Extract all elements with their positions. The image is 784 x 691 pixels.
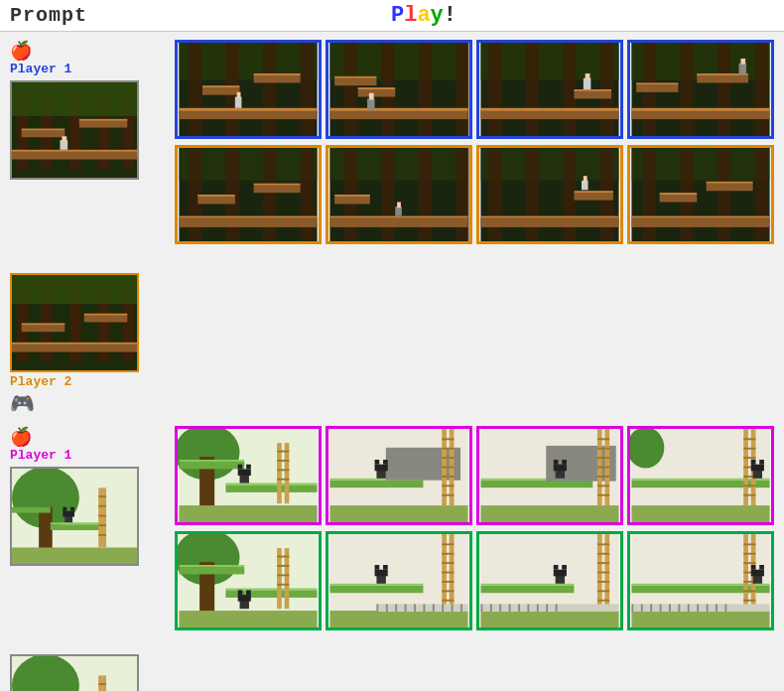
bottom-p1-frame-1 [175, 426, 322, 525]
svg-rect-312 [631, 611, 769, 627]
svg-rect-14 [62, 136, 66, 141]
svg-rect-219 [562, 460, 567, 465]
svg-rect-47 [456, 43, 468, 136]
svg-rect-116 [582, 181, 588, 190]
svg-rect-44 [344, 43, 357, 136]
bottom-player1-label: Player 1 [10, 448, 71, 463]
svg-rect-267 [442, 590, 454, 592]
svg-rect-326 [641, 605, 643, 613]
bottom-p2-frame-2 [326, 531, 472, 630]
svg-rect-337 [751, 570, 764, 577]
svg-rect-105 [397, 203, 401, 208]
svg-rect-182 [238, 465, 243, 470]
svg-rect-275 [423, 605, 425, 613]
bottom-left-panel: 🍎 Player 1 [10, 426, 169, 691]
svg-rect-181 [238, 469, 251, 476]
svg-rect-283 [383, 565, 388, 570]
svg-rect-113 [480, 216, 618, 218]
svg-rect-133 [12, 547, 137, 564]
svg-rect-301 [509, 605, 511, 613]
svg-rect-63 [480, 108, 618, 111]
svg-rect-55 [369, 93, 374, 100]
svg-rect-262 [442, 543, 454, 545]
top-player1-apple-icon: 🍎 [10, 40, 32, 62]
svg-rect-9 [22, 130, 65, 137]
bottom-p2-frame-4 [627, 531, 774, 630]
svg-rect-209 [597, 438, 609, 440]
svg-rect-33 [301, 43, 314, 136]
bottom-player2-frames [175, 531, 774, 630]
bottom-game-section: 🍎 Player 1 [10, 426, 774, 691]
svg-rect-330 [678, 605, 680, 613]
svg-rect-319 [743, 562, 755, 564]
svg-rect-306 [556, 605, 558, 613]
svg-rect-235 [751, 465, 764, 472]
svg-rect-195 [442, 476, 454, 478]
svg-rect-41 [237, 92, 241, 98]
svg-rect-286 [480, 586, 574, 594]
svg-rect-297 [480, 605, 618, 613]
svg-rect-327 [650, 605, 652, 613]
svg-rect-93 [254, 184, 301, 186]
svg-rect-217 [554, 465, 567, 472]
svg-rect-277 [442, 605, 444, 613]
play-letter-y: y [431, 3, 444, 28]
svg-rect-30 [189, 43, 201, 136]
svg-rect-140 [98, 505, 106, 507]
svg-rect-72 [718, 43, 730, 136]
svg-rect-310 [562, 565, 567, 570]
svg-rect-213 [597, 476, 609, 478]
svg-rect-54 [367, 98, 375, 109]
play-letter-a: a [417, 3, 430, 28]
svg-rect-304 [537, 605, 539, 613]
svg-rect-71 [680, 43, 693, 136]
play-title: Play! [391, 3, 457, 28]
svg-rect-25 [22, 323, 65, 325]
svg-rect-101 [329, 216, 467, 218]
top-frames-container [175, 40, 774, 416]
svg-rect-36 [202, 87, 240, 95]
svg-rect-92 [254, 186, 301, 194]
svg-rect-191 [442, 438, 454, 440]
bottom-player1-frames [175, 426, 774, 525]
svg-rect-278 [452, 605, 454, 613]
play-letter-p: P [391, 3, 404, 28]
svg-rect-141 [98, 515, 106, 517]
svg-rect-325 [631, 605, 633, 613]
svg-rect-333 [707, 605, 709, 613]
svg-rect-52 [334, 78, 376, 86]
svg-rect-136 [12, 507, 51, 513]
svg-rect-179 [277, 479, 289, 481]
svg-rect-13 [60, 140, 67, 150]
svg-rect-244 [179, 567, 244, 575]
svg-rect-332 [697, 605, 699, 613]
top-p1-frame-2 [326, 40, 472, 139]
svg-rect-65 [574, 89, 611, 91]
svg-rect-147 [70, 507, 74, 511]
svg-rect-157 [98, 683, 106, 685]
svg-rect-26 [84, 316, 128, 323]
svg-rect-115 [574, 191, 612, 193]
svg-rect-100 [329, 218, 467, 227]
svg-rect-186 [329, 481, 423, 488]
svg-rect-197 [442, 494, 454, 496]
svg-rect-112 [480, 218, 618, 227]
svg-rect-103 [334, 195, 370, 197]
svg-rect-227 [743, 438, 755, 440]
svg-rect-67 [586, 73, 590, 79]
svg-rect-102 [334, 197, 370, 205]
svg-rect-331 [688, 605, 690, 613]
svg-rect-124 [631, 218, 769, 227]
svg-rect-285 [480, 611, 618, 627]
svg-rect-229 [743, 457, 755, 459]
top-left-panel: 🍎 Player 1 [10, 40, 169, 416]
svg-rect-318 [743, 553, 755, 555]
svg-rect-125 [631, 216, 769, 218]
svg-rect-294 [597, 581, 609, 583]
play-exclamation: ! [444, 3, 457, 28]
svg-rect-80 [739, 64, 747, 74]
svg-rect-7 [12, 152, 137, 160]
svg-rect-254 [238, 590, 243, 595]
svg-rect-176 [277, 451, 289, 453]
svg-rect-146 [63, 507, 66, 511]
